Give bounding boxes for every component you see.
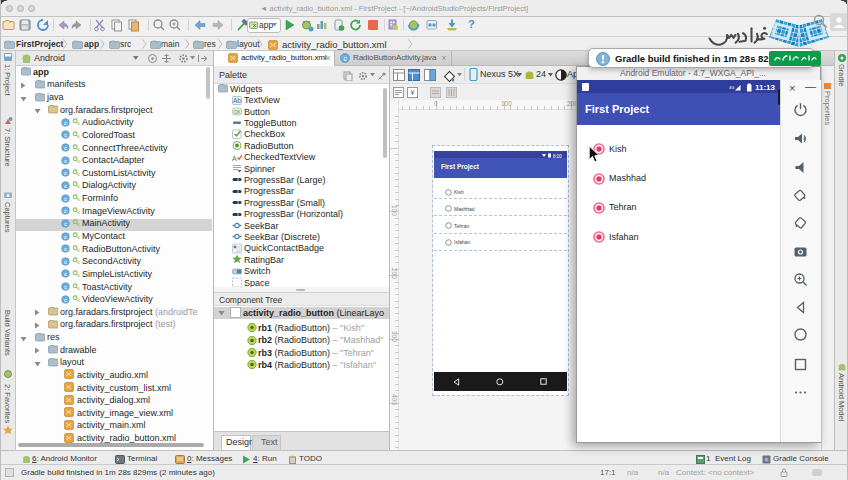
- svg-text:c: c: [64, 120, 67, 126]
- svg-text:c: c: [64, 195, 67, 201]
- svg-text:c: c: [64, 158, 67, 164]
- svg-text:c: c: [64, 259, 67, 265]
- svg-text:c: c: [64, 221, 67, 227]
- svg-text:c: c: [64, 145, 67, 151]
- svg-text:c: c: [64, 284, 67, 290]
- svg-text:4G: 4G: [729, 84, 734, 89]
- svg-text:c: c: [64, 183, 67, 189]
- svg-text:OK: OK: [233, 109, 241, 115]
- svg-text:c: c: [64, 170, 67, 176]
- svg-text:c: c: [64, 233, 67, 239]
- svg-text:c: c: [64, 208, 67, 214]
- svg-text:c: c: [64, 296, 67, 302]
- svg-text:░: ░: [236, 245, 241, 252]
- svg-text:Ab: Ab: [233, 97, 241, 104]
- svg-text:¥: ¥: [411, 89, 415, 96]
- svg-text:c: c: [64, 132, 67, 138]
- svg-text:A: A: [232, 154, 237, 161]
- svg-text:8:00: 8:00: [553, 153, 562, 158]
- svg-text:c: c: [64, 271, 67, 277]
- svg-text:c: c: [64, 246, 67, 252]
